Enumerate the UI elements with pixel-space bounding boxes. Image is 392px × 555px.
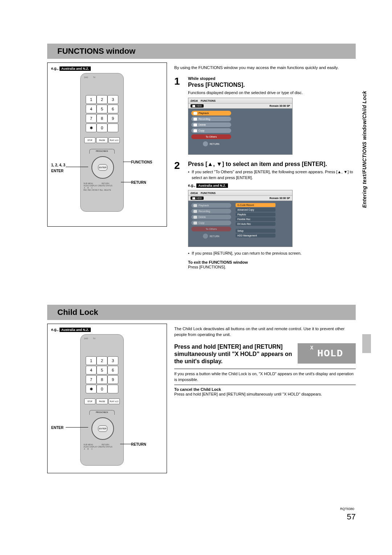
side-tab-marker (362, 334, 371, 353)
region-tag: Australia and N.Z. (60, 328, 91, 332)
osd-row-copy: Copy (191, 128, 231, 133)
key-4: 4 (86, 366, 97, 374)
remote-graphic: DVD TV 1 2 3 4 5 6 7 8 9 (80, 73, 124, 212)
osd-row: Playback (191, 203, 231, 208)
osd-right-row: G-Code Record (236, 203, 275, 207)
osd-screenshot-1: DIGA FUNCTIONS HDD Remain 30:00 SP Playb… (188, 98, 293, 155)
key-hash (107, 385, 118, 393)
key-7: 7 (86, 375, 97, 384)
prog-check-label: PROG/CHECK (89, 149, 115, 154)
keypad: 1 2 3 4 5 6 7 8 9 ✱ 0 (86, 356, 118, 393)
osd-row: Copy (191, 220, 231, 225)
osd-return: RETURN (191, 234, 231, 239)
callout-functions: FUNCTIONS (131, 160, 152, 164)
step-1-text: Functions displayed depend on the select… (188, 90, 356, 96)
xhold-x: X (310, 343, 314, 351)
key-9: 9 (107, 375, 118, 384)
eg-label-2: e.g., (188, 183, 195, 187)
recording-icon (193, 118, 197, 121)
eg-label: e.g., (51, 66, 58, 70)
nav-ring: ENTER (91, 156, 114, 179)
return-icon (203, 234, 208, 239)
osd-to-others: To Others (191, 134, 231, 139)
osd-row-delete: Delete (191, 122, 231, 127)
osd-return: RETURN (191, 141, 231, 146)
key-star: ✱ (86, 123, 97, 132)
divider (174, 385, 356, 385)
osd-row-label: Copy (199, 129, 204, 132)
exit-title: To exit the FUNCTIONS window (188, 260, 356, 264)
key-0: 0 (97, 123, 107, 132)
childlock-after: If you press a button while the Child Lo… (174, 371, 356, 382)
stop-button: STOP (84, 137, 95, 143)
document-code: RQT8380 (340, 507, 354, 511)
remote-illustration-2: e.g., Australia and N.Z. DVD TV 1 2 3 4 … (47, 324, 167, 473)
key-hash (107, 123, 118, 132)
side-header: Entering text/FUNCTIONS window/Child Loc… (362, 91, 367, 208)
copy-icon (193, 129, 197, 132)
cancel-title: To cancel the Child Lock (174, 387, 356, 392)
eg-label: e.g., (51, 328, 58, 332)
playback-icon (193, 204, 197, 207)
xhold-display: X HOLD (298, 343, 356, 364)
prog-check-label: PROG/CHECK (89, 410, 115, 415)
osd-right-row: Advanced Copy (236, 208, 275, 212)
key-5: 5 (97, 366, 107, 374)
key-1: 1 (86, 356, 97, 365)
section-functions-header: FUNCTIONS window (47, 44, 356, 59)
osd-right-row: Playlists (236, 212, 275, 216)
callout-enter: ENTER (51, 426, 64, 430)
osd-row: Recording (191, 209, 231, 214)
region-tag: Australia and N.Z. (60, 66, 91, 71)
osd-row-label: Recording (199, 118, 210, 120)
play-button: PLAY x1.3 (109, 137, 120, 143)
osd-right-row: DV Auto Rec (236, 222, 275, 226)
key-9: 9 (107, 114, 118, 123)
delete-icon (193, 216, 197, 219)
remote-bottom-labels: SUB MENU RETURNAUDIO DISPLAY CREATE STAT… (83, 443, 121, 450)
tv-label: TV (93, 76, 95, 78)
enter-button: ENTER (98, 425, 107, 432)
nav-ring: ENTER (91, 417, 114, 440)
step-2-bullet: If you select "To Others" and press [ENT… (188, 169, 356, 181)
osd-to-others: To Others (191, 227, 231, 231)
functions-intro: By using the FUNCTIONS window you may ac… (174, 65, 356, 70)
transport-row: STOP PAUSE PLAY x1.3 (84, 137, 120, 143)
copy-icon (193, 222, 197, 224)
step-1-number: 1 (174, 76, 184, 158)
exit-text: Press [FUNCTIONS]. (188, 264, 356, 270)
step-2-number: 2 (174, 161, 184, 270)
return-label: RETURN (209, 143, 219, 145)
osd-right-row: Flexible Rec (236, 217, 275, 221)
key-6: 6 (107, 105, 118, 113)
region-tag-2: Australia and N.Z. (196, 183, 228, 188)
step-2-title: Press [▲, ▼] to select an item and press… (188, 161, 356, 168)
osd-row-recording: Recording (191, 117, 231, 121)
osd-row-label: Playback (199, 112, 209, 114)
osd-logo: DIGA (191, 191, 198, 195)
key-5: 5 (97, 105, 107, 113)
osd-row-label: Recording (199, 210, 210, 212)
transport-row: STOP PAUSE PLAY x1.3 (84, 398, 120, 404)
callout-line (66, 167, 88, 167)
key-0: 0 (97, 385, 107, 393)
keypad: 1 2 3 4 5 6 7 8 9 ✱ 0 (86, 95, 118, 132)
callout-enter: ENTER (51, 169, 64, 173)
callout-line (121, 182, 131, 182)
xhold-text: HOLD (317, 348, 343, 359)
key-8: 8 (97, 375, 107, 384)
key-3: 3 (107, 356, 118, 365)
key-4: 4 (86, 105, 97, 113)
remote-bottom-labels: SUB MENU RETURNAUDIO DISPLAY CREATE STAT… (83, 182, 121, 191)
osd-right-row: Setup (236, 229, 275, 233)
key-6: 6 (107, 366, 118, 374)
callout-steps: 1, 2, 4, 3 (51, 163, 65, 167)
osd-logo: DIGA (191, 99, 198, 102)
key-2: 2 (97, 95, 107, 104)
callout-return: RETURN (131, 181, 146, 185)
pause-button: PAUSE (96, 398, 107, 404)
key-3: 3 (107, 95, 118, 104)
key-star: ✱ (86, 385, 97, 393)
osd-row-playback: Playback (191, 111, 231, 116)
osd-row-label: Copy (199, 222, 204, 224)
